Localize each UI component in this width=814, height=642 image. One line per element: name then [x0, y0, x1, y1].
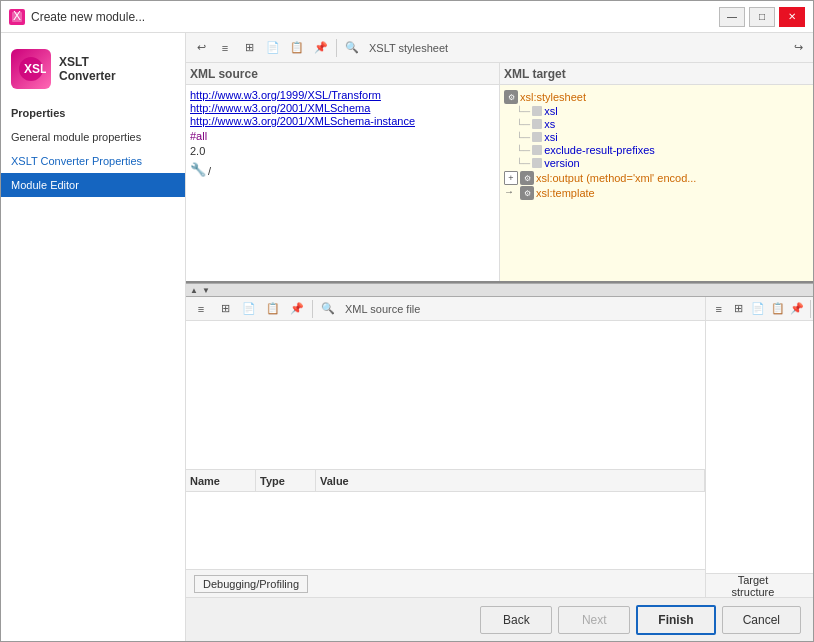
node-stylesheet: ⚙ xsl:stylesheet	[504, 90, 809, 104]
bottom-right-panel: ≡ ⊞ 📄 📋 📌 🔍 XML target file Target struc…	[706, 297, 813, 597]
node-xsl: └─ xsl	[504, 105, 809, 117]
icon-version	[532, 158, 542, 168]
app-icon: XSL	[11, 49, 51, 89]
src-search-icon[interactable]: 🔍	[317, 298, 339, 320]
icon-exclude	[532, 145, 542, 155]
node-xsi: └─ xsi	[504, 131, 809, 143]
svg-text:XSL: XSL	[24, 62, 46, 76]
resize-arrow-down: ▼	[202, 286, 210, 295]
tgt-btn-5[interactable]: 📌	[788, 298, 806, 320]
search-icon[interactable]: 🔍	[341, 37, 363, 59]
col-type: Type	[256, 470, 316, 491]
node-xsi-label: xsi	[544, 131, 557, 143]
footer: Back Next Finish Cancel	[186, 597, 813, 641]
sidebar-item-module-editor[interactable]: Module Editor	[1, 173, 185, 197]
version-text: 2.0	[190, 145, 495, 157]
target-file-content	[706, 321, 813, 573]
undo-button[interactable]: ↩	[190, 37, 212, 59]
tgt-btn-2[interactable]: ⊞	[730, 298, 748, 320]
toolbar-btn-5[interactable]: 📋	[286, 37, 308, 59]
node-exclude: └─ exclude-result-prefixes	[504, 144, 809, 156]
hash-all: #all	[190, 130, 495, 142]
maximize-button[interactable]: □	[749, 7, 775, 27]
window-icon: X	[9, 9, 25, 25]
gear-icon-stylesheet: ⚙	[504, 90, 518, 104]
col-name: Name	[186, 470, 256, 491]
xml-target-content: ⚙ xsl:stylesheet └─ xsl └─ xs	[500, 85, 813, 281]
toolbar-sep-1	[336, 39, 337, 57]
xml-target-panel: XML target ⚙ xsl:stylesheet └─ xsl	[500, 63, 813, 281]
node-template-label: xsl:template	[536, 187, 595, 199]
node-output: + ⚙ xsl:output (method='xml' encod...	[504, 171, 809, 185]
node-version-label: version	[544, 157, 579, 169]
node-stylesheet-label: xsl:stylesheet	[520, 91, 586, 103]
gear-icon-template: ⚙	[520, 186, 534, 200]
node-version: └─ version	[504, 157, 809, 169]
sidebar-item-general[interactable]: General module properties	[1, 125, 185, 149]
toolbar-btn-4[interactable]: 📄	[262, 37, 284, 59]
tgt-btn-1[interactable]: ≡	[710, 298, 728, 320]
xml-link-2[interactable]: http://www.w3.org/2001/XMLSchema	[190, 102, 495, 114]
window-controls: — □ ✕	[719, 7, 805, 27]
minimize-button[interactable]: —	[719, 7, 745, 27]
toolbar-btn-2[interactable]: ≡	[214, 37, 236, 59]
src-btn-2[interactable]: ⊞	[214, 298, 236, 320]
src-btn-5[interactable]: 📌	[286, 298, 308, 320]
source-file-content	[186, 321, 705, 469]
close-button[interactable]: ✕	[779, 7, 805, 27]
xml-link-1[interactable]: http://www.w3.org/1999/XSL/Transform	[190, 89, 495, 101]
node-template: → ⚙ xsl:template	[504, 186, 809, 200]
bottom-panels: ≡ ⊞ 📄 📋 📌 🔍 XML source file	[186, 297, 813, 597]
debugging-button[interactable]: Debugging/Profiling	[194, 575, 308, 593]
svg-text:X: X	[13, 11, 21, 23]
xml-source-header: XML source	[186, 63, 499, 85]
table-header: Name Type Value	[186, 470, 705, 492]
xml-target-header: XML target	[500, 63, 813, 85]
tgt-btn-4[interactable]: 📋	[769, 298, 787, 320]
bottom-left-panel: ≡ ⊞ 📄 📋 📌 🔍 XML source file	[186, 297, 706, 597]
top-panels: XML source http://www.w3.org/1999/XSL/Tr…	[186, 63, 813, 283]
col-value: Value	[316, 470, 705, 491]
bottom-tabs: Target structure Mapping results	[706, 573, 813, 597]
expand-icon-output[interactable]: +	[504, 171, 518, 185]
tab-mapping-results[interactable]: Mapping results	[800, 572, 813, 600]
tgt-btn-3[interactable]: 📄	[749, 298, 767, 320]
title-bar: X Create new module... — □ ✕	[1, 1, 813, 33]
node-output-label: xsl:output (method='xml' encod...	[536, 172, 696, 184]
redo-button[interactable]: ↪	[787, 37, 809, 59]
debugging-bar: Debugging/Profiling	[186, 569, 705, 597]
tab-target-structure[interactable]: Target structure	[710, 572, 796, 600]
node-xs: └─ xs	[504, 118, 809, 130]
src-btn-4[interactable]: 📋	[262, 298, 284, 320]
window-title: Create new module...	[31, 10, 719, 24]
main-window: X Create new module... — □ ✕ XSL XSLT Co…	[0, 0, 814, 642]
sidebar: XSL XSLT Converter Properties General mo…	[1, 33, 186, 641]
slash-row: 🔧 /	[190, 162, 495, 177]
src-sep	[312, 300, 313, 318]
wrench-icon: 🔧	[190, 162, 206, 177]
node-xs-label: xs	[544, 118, 555, 130]
icon-xsi	[532, 132, 542, 142]
xml-source-panel: XML source http://www.w3.org/1999/XSL/Tr…	[186, 63, 500, 281]
sidebar-logo: XSL XSLT Converter	[1, 37, 185, 101]
source-file-label: XML source file	[345, 303, 420, 315]
middle-resize-bar[interactable]: ▲ ▼	[186, 283, 813, 297]
toolbar-btn-3[interactable]: ⊞	[238, 37, 260, 59]
back-button[interactable]: Back	[480, 606, 552, 634]
cancel-button[interactable]: Cancel	[722, 606, 801, 634]
src-btn-1[interactable]: ≡	[190, 298, 212, 320]
properties-label: Properties	[1, 101, 185, 125]
xml-source-content: http://www.w3.org/1999/XSL/Transform htt…	[186, 85, 499, 281]
stylesheet-label: XSLT stylesheet	[369, 42, 448, 54]
toolbar-btn-6[interactable]: 📌	[310, 37, 332, 59]
content-area: XSL XSLT Converter Properties General mo…	[1, 33, 813, 641]
finish-button[interactable]: Finish	[636, 605, 715, 635]
icon-xs	[532, 119, 542, 129]
target-toolbar: ≡ ⊞ 📄 📋 📌 🔍 XML target file	[706, 297, 813, 321]
main-toolbar: ↩ ≡ ⊞ 📄 📋 📌 🔍 XSLT stylesheet ↪	[186, 33, 813, 63]
node-xsl-label: xsl	[544, 105, 557, 117]
next-button[interactable]: Next	[558, 606, 630, 634]
sidebar-item-xslt[interactable]: XSLT Converter Properties	[1, 149, 185, 173]
src-btn-3[interactable]: 📄	[238, 298, 260, 320]
xml-link-3[interactable]: http://www.w3.org/2001/XMLSchema-instanc…	[190, 115, 495, 127]
